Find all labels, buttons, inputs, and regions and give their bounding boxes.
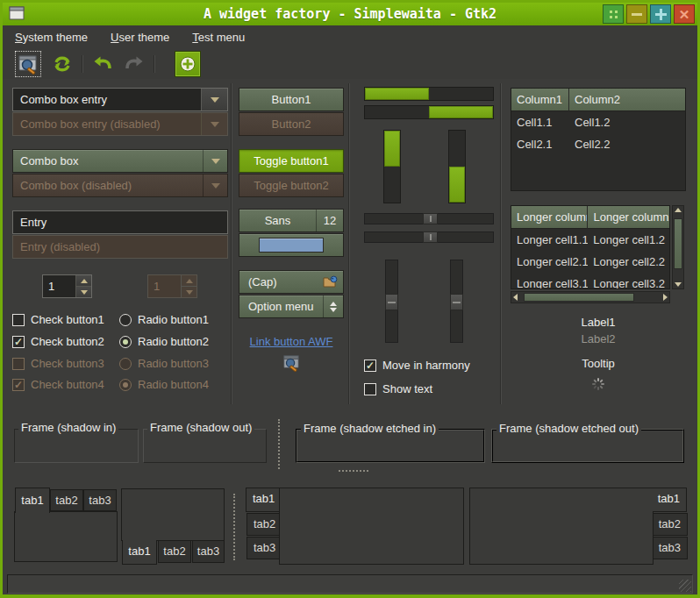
column-separator <box>231 83 232 404</box>
tab-right-2[interactable]: tab2 <box>654 513 688 536</box>
vscale-1-handle[interactable] <box>385 294 398 310</box>
hscale-1[interactable] <box>364 213 494 224</box>
maximize-button[interactable] <box>650 4 671 24</box>
checkbox-icon[interactable]: ✓ <box>364 360 376 372</box>
combo-box-entry-disabled-dropdown <box>201 113 227 135</box>
scroll-right-icon[interactable] <box>663 292 668 303</box>
cap-file-button[interactable]: (Cap) <box>239 270 344 294</box>
spin-button[interactable]: 1 <box>42 274 92 298</box>
table-row[interactable]: Longer cell1.1 Longer cell1.2 <box>511 229 669 251</box>
tab-right-1[interactable]: tab1 <box>653 488 687 512</box>
toggle-button-1[interactable]: Toggle button1 <box>239 149 344 173</box>
table-row[interactable]: Longer cell3.1 Longer cell3.2 <box>511 273 669 289</box>
notebook-right-body <box>469 488 654 565</box>
refresh-icon[interactable] <box>52 53 73 75</box>
hscale-2[interactable] <box>364 231 494 243</box>
hscale-1-handle[interactable] <box>423 213 438 224</box>
arrow-up-icon <box>81 279 88 283</box>
color-button[interactable] <box>239 233 344 257</box>
vscale-2-handle[interactable] <box>450 294 463 310</box>
radio-button-4: Radio button4 <box>119 377 209 392</box>
column-header[interactable]: Column1 <box>511 89 569 111</box>
column-separator <box>500 83 502 404</box>
scroll-down-icon[interactable] <box>673 282 683 287</box>
checkbox-icon[interactable]: ✓ <box>12 336 25 348</box>
tab-left-3[interactable]: tab3 <box>246 537 280 559</box>
spin-down-button[interactable] <box>76 286 91 297</box>
font-button[interactable]: Sans 12 <box>239 209 344 232</box>
horizontal-scrollbar[interactable] <box>511 291 670 303</box>
scroll-up-icon[interactable] <box>673 208 683 212</box>
tab-top-1[interactable]: tab1 <box>15 488 50 513</box>
screenshot-tool-button[interactable] <box>15 51 41 77</box>
tab-bottom-1[interactable]: tab1 <box>122 540 157 565</box>
add-button[interactable] <box>175 51 201 77</box>
tab-top-2[interactable]: tab2 <box>50 489 83 511</box>
tab-right-3[interactable]: tab3 <box>654 537 688 559</box>
minimize-button[interactable] <box>626 4 647 24</box>
combo-box-entry-value[interactable]: Combo box entry <box>13 89 201 110</box>
vscale-1[interactable] <box>385 260 398 343</box>
vscale-2[interactable] <box>450 260 463 343</box>
spin-up-button[interactable] <box>76 275 91 286</box>
link-button[interactable]: Link button AWF <box>239 335 344 348</box>
hscale-2-handle[interactable] <box>423 231 438 243</box>
arrow-up-icon <box>186 279 193 283</box>
check-button-2[interactable]: ✓ Check button2 <box>12 334 104 349</box>
spinner-icon <box>591 377 605 391</box>
radio-icon[interactable] <box>119 336 132 348</box>
tab-bottom-3[interactable]: tab3 <box>192 541 225 563</box>
redo-icon[interactable] <box>122 53 145 75</box>
arrow-down-icon <box>81 290 88 295</box>
combo-box-entry-dropdown[interactable] <box>201 89 227 110</box>
radio-button-2[interactable]: Radio button2 <box>119 334 209 349</box>
column-header[interactable]: Column2 <box>569 89 685 111</box>
titlebar[interactable]: A widget factory - Simplewaita - Gtk2 ✕ <box>3 3 697 25</box>
close-button[interactable]: ✕ <box>674 4 695 24</box>
checkbox-icon[interactable] <box>12 314 25 326</box>
notebook-top-body <box>14 511 118 562</box>
tab-top-3[interactable]: tab3 <box>83 489 117 511</box>
vertical-scrollbar[interactable] <box>672 205 684 289</box>
table-row[interactable]: Longer cell2.1 Longer cell2.2 <box>511 251 669 273</box>
tab-left-1[interactable]: tab1 <box>246 488 279 512</box>
frame-shadow-etched-out: Frame (shadow etched out) <box>491 429 684 463</box>
combo-box-dropdown[interactable] <box>204 159 227 164</box>
entry[interactable]: Entry <box>12 210 228 234</box>
horizontal-scrollbar-thumb[interactable] <box>524 293 634 302</box>
font-family: Sans <box>239 214 316 227</box>
window-title: A widget factory - Simplewaita - Gtk2 <box>3 6 697 22</box>
entry-value[interactable]: Entry <box>13 211 227 233</box>
chevron-down-icon <box>211 159 220 164</box>
tab-bottom-2[interactable]: tab2 <box>158 541 191 563</box>
menu-system-theme[interactable]: System theme <box>15 31 88 44</box>
move-in-harmony-check[interactable]: ✓ Move in harmony <box>364 358 470 373</box>
resize-grip[interactable] <box>679 580 691 592</box>
column-header[interactable]: Longer column2 <box>588 206 669 229</box>
progressbar-ttb <box>383 130 401 203</box>
button1[interactable]: Button1 <box>239 88 344 111</box>
option-menu[interactable]: Option menu <box>239 295 344 318</box>
tab-left-2[interactable]: tab2 <box>246 513 280 536</box>
toggle-button-2-disabled: Toggle button2 <box>239 174 344 197</box>
table-row[interactable]: Cell2.1 Cell2.2 <box>511 133 685 155</box>
window-menu-button[interactable] <box>603 4 624 24</box>
spin-button-disabled: 1 <box>147 274 197 298</box>
combo-box-entry[interactable]: Combo box entry <box>12 88 228 111</box>
checkbox-icon[interactable] <box>364 383 376 395</box>
menu-test-menu[interactable]: Test menu <box>192 31 245 44</box>
menu-user-theme[interactable]: User theme <box>111 31 169 44</box>
combo-box[interactable]: Combo box <box>12 149 228 173</box>
label1: Label1 <box>509 316 688 329</box>
check-button-1[interactable]: Check button1 <box>12 312 104 327</box>
radio-icon[interactable] <box>119 314 132 326</box>
column-header[interactable]: Longer column1 <box>511 206 588 229</box>
radio-button-1[interactable]: Radio button1 <box>119 312 209 327</box>
table-row[interactable]: Cell1.1 Cell1.2 <box>511 111 685 133</box>
vertical-scrollbar-thumb[interactable] <box>674 218 682 269</box>
dotted-separator <box>278 419 280 469</box>
checkbox-icon: ✓ <box>12 379 25 391</box>
undo-icon[interactable] <box>92 53 115 75</box>
show-text-check[interactable]: Show text <box>364 381 432 396</box>
scroll-left-icon[interactable] <box>513 292 518 303</box>
